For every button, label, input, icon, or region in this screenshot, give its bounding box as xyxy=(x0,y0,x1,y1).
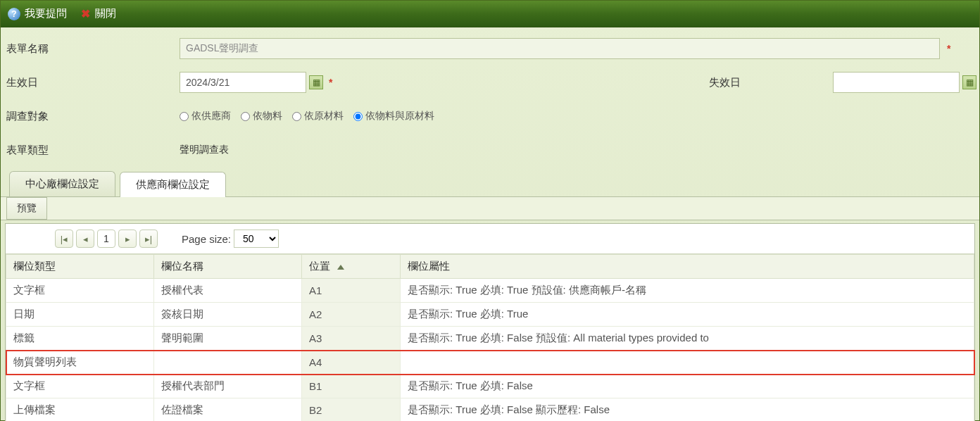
subtab-preview[interactable]: 預覽 xyxy=(6,197,47,220)
top-toolbar: ? 我要提問 ✖ 關閉 xyxy=(1,1,979,27)
cell-pos: A2 xyxy=(302,303,401,327)
col-header-pos-label: 位置 xyxy=(309,260,330,272)
table-row[interactable]: 文字框授權代表部門B1是否顯示: True 必填: False xyxy=(6,375,974,398)
cell-attr xyxy=(401,351,974,375)
cell-pos: A3 xyxy=(302,327,401,351)
cell-name: 聲明範圍 xyxy=(154,327,302,351)
pager-page-number[interactable]: 1 xyxy=(97,230,115,248)
required-mark: * xyxy=(944,43,950,54)
form-name-label: 表單名稱 xyxy=(4,42,180,56)
col-header-pos[interactable]: 位置 xyxy=(302,255,401,279)
form-name-input[interactable] xyxy=(180,38,940,59)
table-row[interactable]: 標籤聲明範圍A3是否顯示: True 必填: False 預設值: All ma… xyxy=(6,327,974,351)
ask-button[interactable]: ? 我要提問 xyxy=(8,7,67,20)
target-label: 調查對象 xyxy=(4,110,180,123)
pager-last-button[interactable]: ▸| xyxy=(139,230,158,248)
target-radio-input[interactable] xyxy=(353,112,363,121)
form-type-label: 表單類型 xyxy=(4,144,180,157)
cell-name: 授權代表部門 xyxy=(154,375,302,398)
expire-date-input[interactable] xyxy=(833,72,960,93)
target-radio-label: 依供應商 xyxy=(191,110,231,122)
close-label: 關閉 xyxy=(95,7,116,20)
target-radio-label: 依原材料 xyxy=(304,110,344,122)
cell-type: 標籤 xyxy=(6,327,154,351)
grid-table: 欄位類型 欄位名稱 位置 欄位屬性 文字框授權代表A1是否顯示: True 必填… xyxy=(6,254,974,421)
page-size-label: Page size: xyxy=(182,233,231,245)
sort-asc-icon xyxy=(337,265,344,270)
cell-pos: A4 xyxy=(302,351,401,375)
pager-prev-button[interactable]: ◂ xyxy=(76,230,94,248)
pager: |◂ ◂ 1 ▸ ▸| Page size: 50 xyxy=(6,224,974,254)
cell-type: 日期 xyxy=(6,303,154,327)
pager-first-button[interactable]: |◂ xyxy=(55,230,73,248)
target-radio-input[interactable] xyxy=(241,112,250,121)
cell-attr: 是否顯示: True 必填: True 預設值: 供應商帳戶-名稱 xyxy=(401,279,974,303)
calendar-icon[interactable]: ▦ xyxy=(309,75,323,89)
close-icon: ✖ xyxy=(80,8,91,20)
expire-date-label: 失效日 xyxy=(702,76,829,89)
calendar-icon[interactable]: ▦ xyxy=(962,75,976,89)
cell-attr: 是否顯示: True 必填: False xyxy=(401,375,974,398)
cell-type: 文字框 xyxy=(6,279,154,303)
close-button[interactable]: ✖ 關閉 xyxy=(80,7,116,20)
pager-next-button[interactable]: ▸ xyxy=(118,230,137,248)
cell-pos: B2 xyxy=(302,398,401,422)
target-radio-option[interactable]: 依供應商 xyxy=(180,110,231,122)
target-radio-option[interactable]: 依物料 xyxy=(241,110,282,122)
table-row[interactable]: 上傳檔案佐證檔案B2是否顯示: True 必填: False 顯示歷程: Fal… xyxy=(6,398,974,422)
cell-name xyxy=(154,351,302,375)
target-radio-label: 依物料 xyxy=(253,110,282,122)
target-radio-option[interactable]: 依原材料 xyxy=(292,110,344,122)
cell-attr: 是否顯示: True 必填: False 預設值: All material t… xyxy=(401,327,974,351)
cell-pos: A1 xyxy=(302,279,401,303)
target-radio-label: 依物料與原材料 xyxy=(365,110,434,122)
cell-type: 上傳檔案 xyxy=(6,398,154,422)
effective-date-input[interactable] xyxy=(180,72,306,93)
cell-pos: B1 xyxy=(302,375,401,398)
table-row[interactable]: 物質聲明列表A4 xyxy=(6,351,974,375)
tab-supplier[interactable]: 供應商欄位設定 xyxy=(120,172,226,197)
help-icon: ? xyxy=(8,8,20,20)
table-row[interactable]: 日期簽核日期A2是否顯示: True 必填: True xyxy=(6,303,974,327)
subtabs: 預覽 xyxy=(1,197,979,220)
cell-attr: 是否顯示: True 必填: False 顯示歷程: False xyxy=(401,398,974,422)
cell-name: 佐證檔案 xyxy=(154,398,302,422)
target-radio-option[interactable]: 依物料與原材料 xyxy=(353,110,434,122)
tab-center[interactable]: 中心廠欄位設定 xyxy=(9,171,115,196)
cell-name: 授權代表 xyxy=(154,279,302,303)
effective-date-label: 生效日 xyxy=(4,76,180,89)
cell-attr: 是否顯示: True 必填: True xyxy=(401,303,974,327)
cell-name: 簽核日期 xyxy=(154,303,302,327)
target-radio-input[interactable] xyxy=(180,112,189,121)
tabs: 中心廠欄位設定 供應商欄位設定 xyxy=(1,171,979,197)
table-row[interactable]: 文字框授權代表A1是否顯示: True 必填: True 預設值: 供應商帳戶-… xyxy=(6,279,974,303)
cell-type: 物質聲明列表 xyxy=(6,351,154,375)
target-radio-group: 依供應商依物料依原材料依物料與原材料 xyxy=(180,110,434,122)
required-mark: * xyxy=(326,77,332,88)
ask-label: 我要提問 xyxy=(25,7,67,20)
col-header-type[interactable]: 欄位類型 xyxy=(6,255,154,279)
form-type-value: 聲明調查表 xyxy=(180,144,229,156)
cell-type: 文字框 xyxy=(6,375,154,398)
target-radio-input[interactable] xyxy=(292,112,301,121)
col-header-name[interactable]: 欄位名稱 xyxy=(154,255,302,279)
page-size-select[interactable]: 50 xyxy=(234,230,279,248)
col-header-attr[interactable]: 欄位屬性 xyxy=(401,255,974,279)
